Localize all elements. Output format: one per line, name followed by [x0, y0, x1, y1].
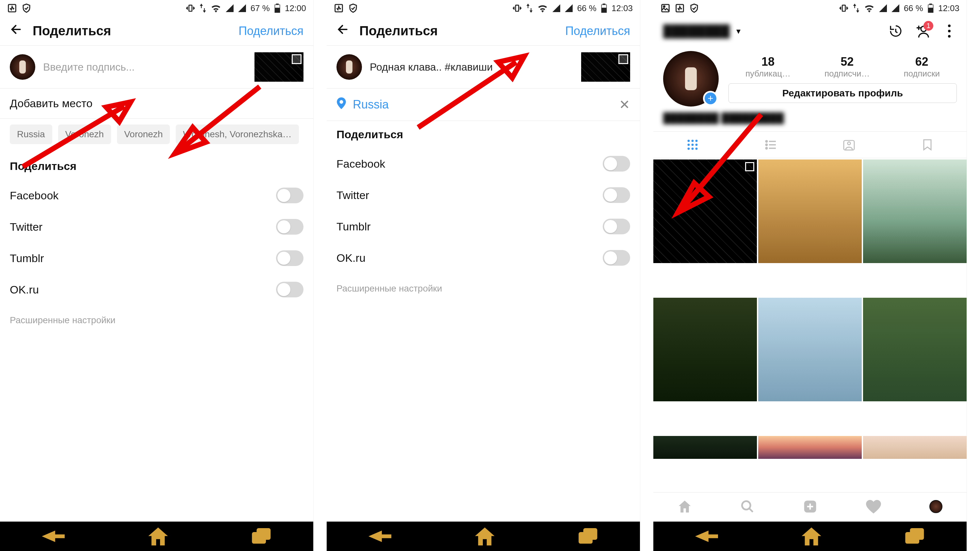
posts-grid — [653, 158, 967, 492]
location-chip[interactable]: Woronesh, Voronezhska… — [176, 124, 299, 144]
android-recent-icon[interactable] — [252, 528, 272, 545]
android-nav-bar — [0, 522, 313, 551]
svg-point-22 — [948, 24, 951, 27]
tab-grid[interactable] — [653, 132, 732, 158]
nav-home-icon[interactable] — [678, 499, 692, 515]
signal-icon-2 — [891, 4, 899, 12]
shield-icon — [689, 3, 699, 13]
share-tumblr: Tumblr — [0, 242, 313, 274]
vibrate-icon — [186, 3, 195, 13]
toggle-okru[interactable] — [276, 282, 304, 298]
toggle-twitter[interactable] — [603, 187, 630, 203]
profile-avatar[interactable]: + — [663, 51, 719, 107]
android-home-icon[interactable] — [475, 527, 495, 545]
nav-activity-icon[interactable] — [866, 499, 881, 515]
caption-input[interactable] — [43, 61, 247, 73]
user-avatar[interactable] — [10, 54, 35, 80]
post-cell[interactable] — [758, 298, 862, 401]
advanced-settings[interactable]: Расширенные настройки — [327, 274, 640, 304]
svg-rect-17 — [842, 5, 845, 11]
share-action[interactable]: Поделиться — [239, 24, 304, 38]
stat-label: подписки — [904, 68, 940, 79]
add-location-row[interactable]: Добавить место — [0, 89, 313, 119]
toggle-facebook[interactable] — [603, 156, 630, 172]
stat-posts[interactable]: 18 публикац… — [745, 55, 791, 79]
clear-location-icon[interactable]: ✕ — [619, 97, 630, 112]
social-label: OK.ru — [336, 252, 366, 264]
share-action[interactable]: Поделиться — [565, 24, 630, 38]
username[interactable]: ████████ — [663, 24, 730, 38]
android-back-icon[interactable] — [369, 528, 391, 545]
android-back-icon[interactable] — [695, 528, 718, 545]
post-cell[interactable] — [653, 159, 757, 263]
status-bar: 66 % 12:03 — [327, 0, 640, 16]
post-cell[interactable] — [758, 159, 862, 263]
post-cell[interactable] — [653, 298, 757, 401]
social-label: Facebook — [10, 189, 59, 202]
post-cell[interactable] — [863, 436, 967, 459]
post-cell[interactable] — [863, 159, 967, 263]
stat-number: 18 — [745, 55, 791, 68]
chevron-down-icon[interactable]: ▾ — [736, 26, 741, 36]
wifi-icon — [864, 3, 875, 13]
location-chip[interactable]: Russia — [10, 124, 52, 144]
share-okru: OK.ru — [327, 242, 640, 274]
svg-rect-11 — [602, 5, 606, 8]
android-recent-icon[interactable] — [905, 528, 925, 545]
archive-icon[interactable] — [888, 24, 903, 38]
share-section-title: Поделиться — [327, 121, 640, 148]
status-bar: 66 % 12:03 — [653, 0, 967, 16]
user-avatar[interactable] — [336, 54, 362, 80]
battery-percent: 66 % — [577, 3, 597, 13]
back-arrow-icon[interactable] — [10, 23, 23, 39]
toggle-okru[interactable] — [603, 250, 630, 266]
data-icon — [853, 3, 859, 13]
phone-share-filled: 66 % 12:03 Поделиться Поделиться Russia … — [327, 0, 640, 551]
android-home-icon[interactable] — [802, 527, 821, 545]
android-recent-icon[interactable] — [579, 528, 598, 545]
location-chip[interactable]: Voronezh — [117, 124, 170, 144]
stat-followers[interactable]: 52 подписчи… — [824, 55, 870, 79]
toggle-facebook[interactable] — [276, 188, 304, 203]
post-cell[interactable] — [758, 436, 862, 459]
post-thumbnail[interactable] — [255, 52, 304, 82]
data-icon — [200, 3, 206, 13]
toggle-twitter[interactable] — [276, 219, 304, 235]
discover-people-icon[interactable]: 1 — [915, 24, 930, 38]
stat-following[interactable]: 62 подписки — [904, 55, 940, 79]
vibrate-icon — [512, 3, 522, 13]
clock-time: 12:03 — [938, 3, 959, 13]
post-cell[interactable] — [863, 298, 967, 401]
wifi-icon — [211, 3, 221, 13]
battery-icon — [601, 3, 607, 13]
header-title: Поделиться — [360, 24, 555, 38]
caption-input[interactable] — [370, 61, 573, 73]
post-cell[interactable] — [653, 436, 757, 459]
edit-profile-button[interactable]: Редактировать профиль — [729, 83, 957, 103]
caption-row — [0, 46, 313, 89]
tab-list[interactable] — [732, 132, 810, 158]
toggle-tumblr[interactable] — [276, 250, 304, 266]
add-story-icon[interactable]: + — [703, 91, 718, 106]
nav-search-icon[interactable] — [740, 499, 755, 515]
battery-percent: 66 % — [904, 3, 923, 13]
activity-icon — [675, 3, 685, 13]
location-selected-row[interactable]: Russia ✕ — [327, 89, 640, 121]
toggle-tumblr[interactable] — [603, 219, 630, 234]
tab-saved[interactable] — [888, 132, 967, 158]
advanced-settings[interactable]: Расширенные настройки — [0, 305, 313, 335]
location-chip[interactable]: Voronezh — [58, 124, 111, 144]
post-thumbnail[interactable] — [581, 52, 630, 82]
back-arrow-icon[interactable] — [336, 23, 350, 39]
nav-add-icon[interactable] — [803, 499, 817, 515]
signal-icon — [879, 4, 887, 12]
tab-tagged[interactable] — [810, 132, 889, 158]
nav-profile-icon[interactable] — [929, 500, 942, 514]
svg-rect-4 — [275, 5, 280, 8]
android-nav-bar — [653, 522, 967, 551]
android-back-icon[interactable] — [42, 528, 65, 545]
menu-icon[interactable] — [942, 24, 957, 38]
activity-icon — [334, 3, 344, 13]
android-home-icon[interactable] — [148, 527, 168, 545]
phone-share-empty: 67 % 12:00 Поделиться Поделиться Добавит… — [0, 0, 313, 551]
